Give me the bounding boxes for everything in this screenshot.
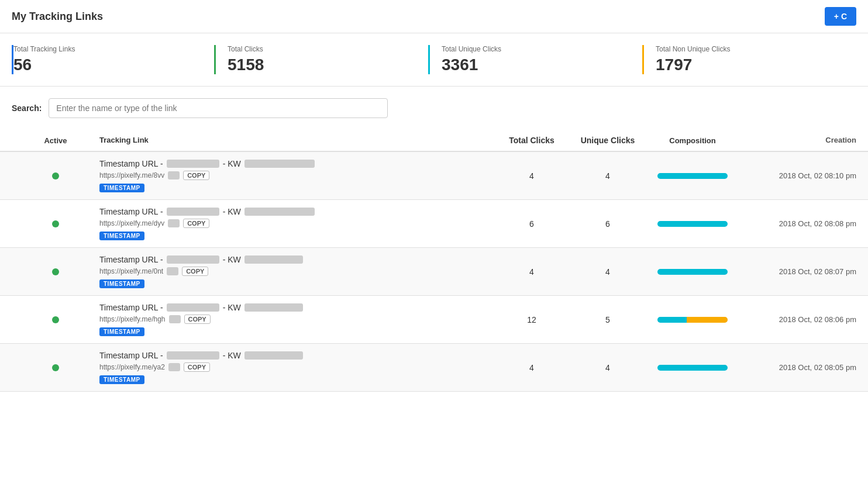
stat-total-non-unique-clicks: Total Non Unique Clicks 1797 bbox=[642, 45, 856, 74]
stat-label: Total Non Unique Clicks bbox=[656, 45, 845, 53]
link-col: Timestamp URL - - KW https://pixelfy.me/… bbox=[99, 159, 494, 192]
link-title-text: Timestamp URL - bbox=[99, 351, 163, 360]
copy-button[interactable]: COPY bbox=[183, 171, 209, 180]
blurred-suffix bbox=[244, 351, 303, 360]
copy-button[interactable]: COPY bbox=[183, 219, 209, 228]
col-header-total-clicks: Total Clicks bbox=[494, 136, 570, 145]
active-col bbox=[12, 172, 99, 179]
link-url-row: https://pixelfy.me/ya2 COPY bbox=[99, 362, 494, 372]
total-clicks-col: 4 bbox=[494, 267, 570, 277]
link-title-text: Timestamp URL - bbox=[99, 255, 163, 264]
header: My Tracking Links + C bbox=[0, 0, 868, 33]
total-clicks-col: 12 bbox=[494, 315, 570, 324]
active-dot bbox=[52, 172, 59, 179]
col-header-active: Active bbox=[12, 136, 99, 145]
composition-col bbox=[646, 317, 739, 323]
active-col bbox=[12, 268, 99, 275]
total-clicks-col: 4 bbox=[494, 171, 570, 181]
blurred-title bbox=[167, 160, 219, 168]
bar-blue bbox=[657, 221, 728, 227]
copy-button[interactable]: COPY bbox=[182, 267, 208, 276]
blurred-url bbox=[168, 363, 180, 371]
link-title: Timestamp URL - - KW bbox=[99, 255, 494, 264]
col-header-unique-clicks: Unique Clicks bbox=[570, 136, 646, 145]
search-input[interactable] bbox=[49, 98, 388, 118]
blurred-suffix bbox=[244, 160, 315, 168]
composition-col bbox=[646, 173, 739, 179]
blurred-title bbox=[167, 303, 219, 312]
active-dot bbox=[52, 268, 59, 275]
link-title: Timestamp URL - - KW bbox=[99, 303, 494, 312]
creation-col: 2018 Oct, 02 08:06 pm bbox=[739, 315, 856, 324]
total-clicks-col: 6 bbox=[494, 219, 570, 229]
table-row: Timestamp URL - - KW https://pixelfy.me/… bbox=[0, 248, 868, 296]
timestamp-badge-wrap: TIMESTAMP bbox=[99, 326, 494, 336]
timestamp-badge-wrap: TIMESTAMP bbox=[99, 374, 494, 384]
blurred-title bbox=[167, 208, 219, 216]
copy-button[interactable]: COPY bbox=[184, 362, 210, 372]
stat-total-unique-clicks: Total Unique Clicks 3361 bbox=[428, 45, 642, 74]
composition-bar bbox=[657, 221, 728, 227]
timestamp-badge: TIMESTAMP bbox=[99, 184, 144, 192]
link-suffix: - KW bbox=[223, 207, 241, 216]
blurred-url bbox=[168, 219, 180, 227]
bar-yellow bbox=[687, 317, 728, 323]
creation-col: 2018 Oct, 02 08:07 pm bbox=[739, 267, 856, 276]
link-col: Timestamp URL - - KW https://pixelfy.me/… bbox=[99, 207, 494, 240]
blurred-title bbox=[167, 351, 219, 360]
blurred-url bbox=[167, 267, 178, 275]
total-clicks-col: 4 bbox=[494, 363, 570, 372]
unique-clicks-col: 4 bbox=[570, 171, 646, 181]
unique-clicks-col: 4 bbox=[570, 267, 646, 277]
stat-total-clicks: Total Clicks 5158 bbox=[214, 45, 428, 74]
timestamp-badge: TIMESTAMP bbox=[99, 232, 144, 240]
blurred-url bbox=[168, 171, 180, 179]
page-title: My Tracking Links bbox=[12, 11, 103, 23]
link-col: Timestamp URL - - KW https://pixelfy.me/… bbox=[99, 255, 494, 288]
active-col bbox=[12, 220, 99, 227]
col-header-creation: Creation bbox=[739, 136, 856, 145]
stat-value: 1797 bbox=[656, 56, 845, 74]
composition-bar bbox=[657, 173, 728, 179]
copy-button[interactable]: COPY bbox=[184, 315, 211, 324]
timestamp-badge: TIMESTAMP bbox=[99, 327, 144, 336]
link-suffix: - KW bbox=[223, 351, 241, 360]
active-dot bbox=[52, 364, 59, 371]
bar-blue bbox=[657, 173, 728, 179]
creation-col: 2018 Oct, 02 08:05 pm bbox=[739, 363, 856, 372]
link-url-row: https://pixelfy.me/hgh COPY bbox=[99, 315, 494, 324]
link-url: https://pixelfy.me/hgh bbox=[99, 315, 166, 323]
timestamp-badge-wrap: TIMESTAMP bbox=[99, 182, 494, 192]
timestamp-badge-wrap: TIMESTAMP bbox=[99, 278, 494, 288]
unique-clicks-col: 5 bbox=[570, 315, 646, 324]
stat-label: Total Tracking Links bbox=[13, 45, 202, 53]
timestamp-badge: TIMESTAMP bbox=[99, 375, 144, 384]
table-row: Timestamp URL - - KW https://pixelfy.me/… bbox=[0, 152, 868, 200]
link-title: Timestamp URL - - KW bbox=[99, 207, 494, 216]
blurred-suffix bbox=[244, 208, 315, 216]
link-url-row: https://pixelfy.me/0nt COPY bbox=[99, 267, 494, 276]
composition-col bbox=[646, 365, 739, 371]
link-col: Timestamp URL - - KW https://pixelfy.me/… bbox=[99, 351, 494, 384]
table-header: Active Tracking Link Total Clicks Unique… bbox=[0, 130, 868, 152]
link-suffix: - KW bbox=[223, 255, 241, 264]
link-url: https://pixelfy.me/0nt bbox=[99, 267, 163, 275]
add-tracking-link-button[interactable]: + C bbox=[825, 7, 856, 26]
link-title: Timestamp URL - - KW bbox=[99, 351, 494, 360]
col-header-tracking-link: Tracking Link bbox=[99, 136, 494, 145]
composition-col bbox=[646, 269, 739, 275]
search-row: Search: bbox=[0, 87, 868, 130]
link-url: https://pixelfy.me/ya2 bbox=[99, 363, 165, 371]
timestamp-badge: TIMESTAMP bbox=[99, 279, 144, 288]
table-row: Timestamp URL - - KW https://pixelfy.me/… bbox=[0, 200, 868, 248]
stat-value: 3361 bbox=[442, 56, 631, 74]
unique-clicks-col: 6 bbox=[570, 219, 646, 229]
active-dot bbox=[52, 220, 59, 227]
link-col: Timestamp URL - - KW https://pixelfy.me/… bbox=[99, 303, 494, 336]
link-url: https://pixelfy.me/8vv bbox=[99, 171, 164, 179]
link-url: https://pixelfy.me/dyv bbox=[99, 219, 164, 227]
link-suffix: - KW bbox=[223, 159, 241, 168]
composition-col bbox=[646, 221, 739, 227]
unique-clicks-col: 4 bbox=[570, 363, 646, 372]
bar-blue bbox=[657, 365, 728, 371]
